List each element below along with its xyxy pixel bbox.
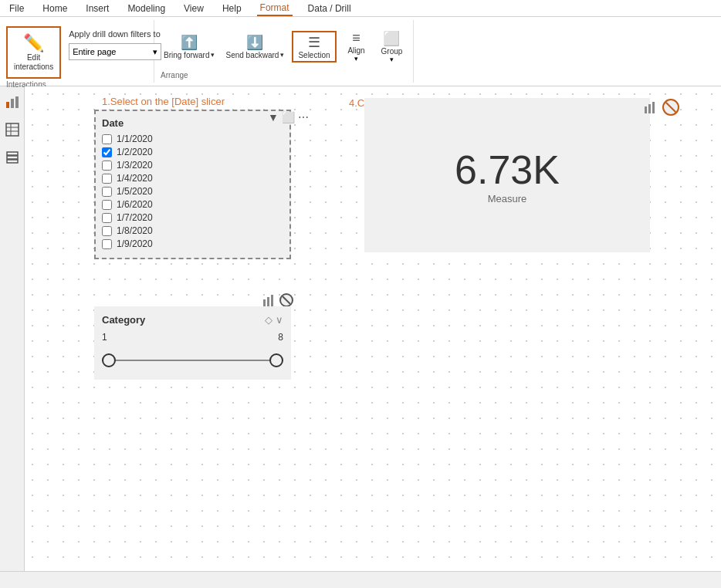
date-label-2: 1/2/2020 (117, 147, 153, 157)
menu-home[interactable]: Home (39, 2, 70, 15)
bring-forward-icon: ⬆️ (181, 34, 198, 51)
date-slicer-item-9: 1/9/2020 (102, 238, 283, 249)
measure-chart-icon[interactable] (642, 99, 659, 116)
bring-forward-label: Bring forward (164, 51, 209, 59)
date-label-9: 1/9/2020 (117, 238, 153, 249)
date-label-8: 1/8/2020 (117, 225, 153, 236)
date-slicer-item-8: 1/8/2020 (102, 225, 283, 236)
no-impact-button[interactable] (662, 99, 679, 116)
range-values: 1 8 (102, 332, 283, 343)
svg-rect-2 (15, 96, 19, 108)
date-label-5: 1/5/2020 (117, 186, 153, 197)
menu-help[interactable]: Help (219, 2, 245, 15)
date-slicer-title: Date (102, 117, 283, 129)
menu-modeling[interactable]: Modeling (124, 2, 168, 15)
category-slicer[interactable]: Category ◇ ∨ 1 8 (94, 306, 291, 380)
date-slicer-toolbar: ▼ ⬜ ⋯ (268, 111, 309, 123)
svg-rect-3 (6, 123, 19, 136)
bring-forward-chevron-icon: ▾ (211, 51, 215, 59)
apply-drill-dropdown[interactable]: Entire page ▾ (69, 43, 161, 60)
date-checkbox-5[interactable] (102, 187, 112, 197)
svg-rect-1 (11, 99, 14, 108)
apply-drill-text: Apply drill down filters to (69, 29, 161, 39)
range-thumb-right[interactable] (269, 353, 283, 367)
sidebar-icon-layers[interactable] (3, 148, 22, 167)
send-backward-button[interactable]: ⬇️ Send backward ▾ (222, 32, 287, 61)
no-impact-line (663, 100, 679, 115)
date-label-1: 1/1/2020 (117, 133, 153, 144)
align-icon: ≡ (352, 30, 360, 46)
svg-rect-7 (7, 152, 18, 155)
svg-rect-10 (645, 106, 647, 113)
date-slicer-item-5: 1/5/2020 (102, 186, 283, 197)
measure-card-icons (642, 99, 679, 116)
range-slider[interactable] (102, 349, 283, 372)
date-checkbox-2[interactable] (102, 147, 112, 157)
menu-insert[interactable]: Insert (83, 2, 112, 15)
date-label-3: 1/3/2020 (117, 160, 153, 171)
align-label: Align (347, 46, 364, 55)
measure-value: 6.73K (455, 147, 560, 193)
menu-format[interactable]: Format (257, 1, 293, 16)
main-area: 1.Select on the [Date] slicer Date 1/1/2… (0, 86, 721, 571)
date-slicer-item-4: 1/4/2020 (102, 173, 283, 184)
group-icon: ⬜ (383, 30, 400, 47)
selection-button[interactable]: ☰ Selection (292, 31, 336, 63)
date-label-6: 1/6/2020 (117, 199, 153, 210)
send-backward-icon: ⬇️ (246, 34, 263, 51)
canvas: 1.Select on the [Date] slicer Date 1/1/2… (25, 86, 721, 571)
svg-rect-14 (267, 297, 269, 306)
more-icon[interactable]: ⋯ (298, 111, 309, 123)
range-thumb-left[interactable] (102, 353, 116, 367)
menu-data-drill[interactable]: Data / Drill (305, 2, 354, 15)
bring-forward-button[interactable]: ⬆️ Bring forward ▾ (161, 32, 218, 61)
menu-file[interactable]: File (6, 2, 27, 15)
date-checkbox-8[interactable] (102, 226, 112, 236)
date-checkbox-4[interactable] (102, 174, 112, 184)
send-backward-label: Send backward (225, 51, 279, 59)
svg-rect-15 (271, 295, 273, 306)
align-chevron-icon: ▾ (354, 55, 358, 63)
selection-label: Selection (298, 51, 330, 59)
edit-interactions-button[interactable]: ✏️ Edit interactions (6, 26, 61, 79)
edit-interactions-icon: ✏️ (23, 33, 44, 53)
date-checkbox-7[interactable] (102, 213, 112, 223)
filter-icon[interactable]: ▼ (268, 111, 279, 123)
menu-view[interactable]: View (181, 2, 207, 15)
eraser-icon[interactable]: ◇ (265, 314, 272, 326)
left-sidebar (0, 86, 25, 571)
align-button[interactable]: ≡ Align ▾ (341, 29, 372, 64)
svg-rect-13 (263, 299, 266, 306)
category-slicer-header: Category ◇ ∨ (102, 314, 283, 326)
date-checkbox-6[interactable] (102, 200, 112, 210)
date-label-4: 1/4/2020 (117, 173, 153, 184)
svg-rect-8 (7, 156, 18, 159)
svg-rect-11 (648, 104, 651, 113)
date-label-7: 1/7/2020 (117, 212, 153, 223)
group-button[interactable]: ⬜ Group ▾ (377, 29, 408, 65)
date-checkbox-9[interactable] (102, 239, 112, 249)
date-slicer-item-6: 1/6/2020 (102, 199, 283, 210)
range-max-value: 8 (278, 332, 283, 343)
menu-bar: File Home Insert Modeling View Help Form… (0, 0, 721, 17)
send-backward-chevron-icon: ▾ (280, 51, 284, 59)
category-slicer-icons: ◇ ∨ (265, 314, 283, 326)
dropdown-value: Entire page (73, 47, 116, 56)
sidebar-icon-table[interactable] (3, 120, 22, 139)
date-checkbox-1[interactable] (102, 134, 112, 144)
range-min-value: 1 (102, 332, 107, 343)
status-bar (0, 571, 721, 588)
edit-interactions-label: Edit interactions (14, 53, 53, 72)
sidebar-icon-chart[interactable] (3, 93, 22, 111)
date-checkbox-3[interactable] (102, 161, 112, 171)
cat-no-impact-button[interactable] (279, 293, 293, 307)
cat-no-impact-line (280, 294, 293, 307)
date-slicer[interactable]: Date 1/1/2020 1/2/2020 1/3/2020 1/4/2020… (94, 110, 291, 259)
expand-icon[interactable]: ⬜ (282, 111, 295, 123)
interactions-ribbon-group: ✏️ Edit interactions Apply drill down fi… (0, 20, 154, 83)
measure-card: 6.73K Measure (364, 98, 650, 252)
category-chevron-icon[interactable]: ∨ (276, 314, 283, 326)
ribbon: ✏️ Edit interactions Apply drill down fi… (0, 17, 721, 86)
svg-rect-0 (6, 102, 9, 108)
svg-rect-12 (652, 102, 655, 113)
